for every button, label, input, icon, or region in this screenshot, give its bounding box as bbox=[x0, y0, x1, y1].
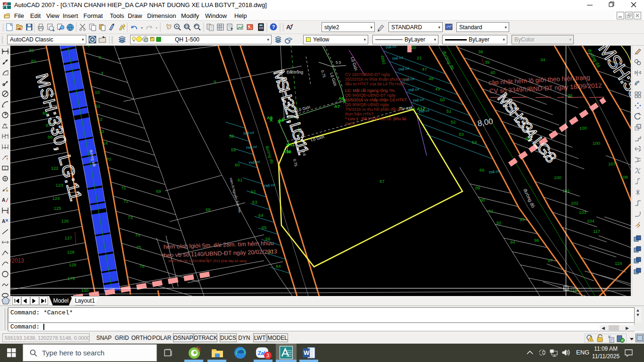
svg-text:21: 21 bbox=[417, 55, 422, 60]
svg-text:100: 100 bbox=[579, 125, 587, 131]
svg-text:76: 76 bbox=[140, 263, 145, 269]
svg-text:81: 81 bbox=[29, 48, 34, 53]
svg-text:57: 57 bbox=[380, 179, 385, 184]
svg-text:14: 14 bbox=[103, 140, 108, 146]
svg-text:Lộ Giới: Lộ Giới bbox=[310, 134, 325, 142]
svg-text:100: 100 bbox=[593, 140, 600, 146]
svg-text:61: 61 bbox=[238, 177, 243, 182]
svg-text:A9: A9 bbox=[267, 115, 272, 120]
svg-text:Thổ cư: Thổ cư bbox=[385, 46, 397, 50]
svg-text:5.5: 5.5 bbox=[336, 60, 341, 65]
svg-text:75: 75 bbox=[136, 245, 141, 250]
svg-text:Thổ cư: Thổ cư bbox=[246, 144, 257, 150]
svg-text:3: 3 bbox=[266, 353, 269, 358]
svg-text:88: 88 bbox=[48, 134, 53, 140]
svg-text:.1: .1 bbox=[3, 167, 6, 170]
svg-text:89: 89 bbox=[475, 185, 480, 190]
svg-text:66: 66 bbox=[479, 167, 485, 173]
svg-text:Thổ cư: Thổ cư bbox=[243, 130, 255, 136]
svg-text:91: 91 bbox=[488, 208, 494, 214]
svg-text:A11: A11 bbox=[287, 142, 295, 147]
svg-text:A8: A8 bbox=[278, 117, 284, 123]
svg-text:4: 4 bbox=[101, 70, 103, 75]
svg-text:7/6/2016 vv thu hồi phần đất đ: 7/6/2016 vv thu hồi phần đất đã bbox=[345, 107, 402, 112]
svg-text:QĐ 945/QĐ-UBND-ĐT ngày: QĐ 945/QĐ-UBND-ĐT ngày bbox=[345, 93, 396, 98]
svg-text:90: 90 bbox=[480, 197, 485, 203]
svg-text:Thổ cư: Thổ cư bbox=[248, 159, 260, 165]
svg-text:86: 86 bbox=[42, 110, 48, 115]
svg-text:34: 34 bbox=[540, 57, 545, 62]
svg-text:64: 64 bbox=[258, 213, 264, 218]
svg-text:25/2/2016 vv thỏa thuận phương: 25/2/2016 vv thỏa thuận phương án bbox=[345, 77, 410, 82]
svg-text:Thổ cư: Thổ cư bbox=[392, 55, 404, 61]
svg-text:128: 128 bbox=[67, 249, 74, 255]
svg-text:38: 38 bbox=[478, 49, 483, 54]
svg-text:11: 11 bbox=[96, 103, 100, 108]
svg-text:49: 49 bbox=[435, 86, 440, 91]
svg-text:84: 84 bbox=[276, 263, 281, 269]
svg-text:36: 36 bbox=[568, 93, 573, 98]
svg-text:LG: Mặt cắt ngang rộng 7m.: LG: Mặt cắt ngang rộng 7m. bbox=[345, 88, 396, 93]
svg-text:39: 39 bbox=[485, 59, 490, 65]
svg-text:0.75: 0.75 bbox=[320, 70, 326, 78]
svg-text:40: 40 bbox=[490, 70, 495, 75]
svg-text:69: 69 bbox=[156, 189, 161, 194]
svg-text:52: 52 bbox=[451, 119, 456, 124]
svg-text:126: 126 bbox=[61, 218, 69, 223]
svg-text:59: 59 bbox=[231, 147, 236, 152]
svg-text:Đất trống: Đất trống bbox=[287, 70, 303, 74]
svg-text:62: 62 bbox=[251, 189, 256, 194]
svg-text:93: 93 bbox=[520, 217, 525, 222]
svg-text:4.6: 4.6 bbox=[301, 150, 306, 156]
svg-text:W: W bbox=[304, 349, 310, 356]
svg-text:/2013: /2013 bbox=[10, 257, 24, 264]
svg-text:Thổ cư: Thổ cư bbox=[413, 97, 424, 103]
svg-text:!: ! bbox=[590, 337, 591, 342]
svg-text:48: 48 bbox=[429, 76, 434, 81]
svg-text:97: 97 bbox=[548, 258, 553, 263]
svg-text:20: 20 bbox=[411, 46, 416, 50]
svg-text:68: 68 bbox=[206, 207, 211, 212]
svg-text:theo vb số 1140/UBND-ĐT ngày 2: theo vb số 1140/UBND-ĐT ngày 20/02/2013 bbox=[162, 248, 278, 259]
svg-text:đường đỏ: đường đỏ bbox=[522, 188, 536, 209]
svg-text:CV 1607/UBND-ĐT ngày: CV 1607/UBND-ĐT ngày bbox=[345, 72, 390, 77]
svg-text:47: 47 bbox=[422, 66, 427, 72]
svg-text:102: 102 bbox=[571, 200, 578, 206]
svg-text:175: 175 bbox=[67, 276, 75, 281]
svg-text:T: T bbox=[6, 157, 8, 161]
svg-text:63: 63 bbox=[252, 199, 257, 205]
svg-text:103: 103 bbox=[579, 210, 586, 215]
svg-text:71: 71 bbox=[121, 185, 126, 190]
svg-text:65: 65 bbox=[262, 225, 267, 230]
svg-text:100: 100 bbox=[554, 175, 561, 180]
svg-text:50: 50 bbox=[440, 97, 445, 102]
svg-text:A7: A7 bbox=[334, 104, 340, 109]
svg-text:9: 9 bbox=[214, 79, 216, 84]
svg-text:104: 104 bbox=[587, 218, 594, 223]
svg-text:đường đá: đường đá bbox=[441, 50, 455, 71]
svg-text:108: 108 bbox=[620, 174, 628, 180]
svg-text:122: 122 bbox=[51, 165, 58, 171]
svg-text:96: 96 bbox=[534, 238, 539, 243]
svg-text:70: 70 bbox=[106, 156, 111, 162]
svg-text:125: 125 bbox=[54, 206, 61, 211]
svg-text:92: 92 bbox=[496, 220, 502, 225]
svg-text:Thổ cư: Thổ cư bbox=[264, 182, 275, 189]
svg-text:Lộ Giới: Lộ Giới bbox=[329, 72, 338, 87]
svg-text:129: 129 bbox=[69, 262, 76, 267]
svg-text:46: 46 bbox=[525, 136, 530, 141]
svg-text:118: 118 bbox=[615, 261, 622, 266]
svg-text:3: 3 bbox=[99, 55, 101, 60]
svg-text:54: 54 bbox=[472, 140, 477, 145]
svg-text:Thổ cư: Thổ cư bbox=[398, 66, 410, 72]
svg-text:123: 123 bbox=[56, 182, 63, 188]
svg-text:thực hiện HTKT.: thực hiện HTKT. bbox=[345, 112, 374, 116]
svg-text:Thổ cư: Thổ cư bbox=[408, 87, 420, 93]
svg-text:58: 58 bbox=[229, 133, 234, 139]
svg-text:51: 51 bbox=[446, 108, 452, 114]
svg-text:* Lưu ý : Bđ 1.500 kéo cõ. (kh: * Lưu ý : Bđ 1.500 kéo cõ. (khu lai bbox=[345, 116, 406, 121]
svg-text:A10: A10 bbox=[283, 149, 291, 154]
svg-text:0.75: 0.75 bbox=[292, 159, 298, 167]
svg-text:53: 53 bbox=[459, 132, 464, 137]
svg-text:12: 12 bbox=[98, 116, 103, 122]
